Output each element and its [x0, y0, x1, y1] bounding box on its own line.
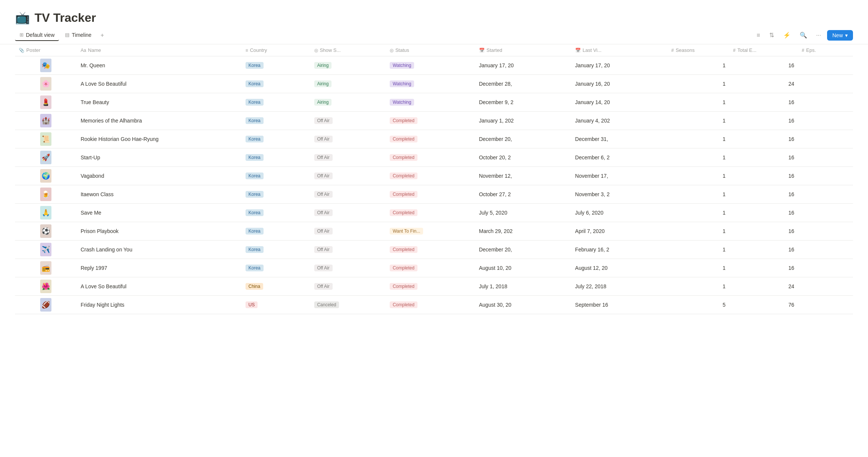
sort-button[interactable]: ⇅: [766, 29, 777, 41]
cell-started: July 1, 2018: [475, 277, 571, 296]
table-row[interactable]: 🌺A Love So BeautifulChinaOff AirComplete…: [15, 277, 853, 296]
col-header-eps[interactable]: # Eps.: [798, 44, 853, 56]
cell-status: Completed: [386, 277, 475, 296]
cell-started: October 27, 2: [475, 185, 571, 204]
cell-total-episodes: 16: [729, 93, 798, 112]
cell-seasons: 1: [668, 130, 729, 148]
cell-eps: [798, 56, 853, 75]
table-row[interactable]: 🍺Itaewon ClassKoreaOff AirCompletedOctob…: [15, 185, 853, 204]
cell-started: August 10, 20: [475, 259, 571, 277]
cell-started: July 5, 2020: [475, 204, 571, 222]
cell-name[interactable]: Itaewon Class: [77, 185, 242, 204]
timeline-icon: ▤: [65, 32, 69, 38]
cell-country: Korea: [242, 222, 310, 241]
cell-name[interactable]: Start-Up: [77, 148, 242, 167]
cell-name[interactable]: Save Me: [77, 204, 242, 222]
cell-name[interactable]: Friday Night Lights: [77, 296, 242, 314]
cell-poster: 🍺: [15, 185, 77, 204]
page-header: 📺 TV Tracker: [0, 0, 868, 25]
cell-started: December 20,: [475, 241, 571, 259]
cell-status: Completed: [386, 241, 475, 259]
table-row[interactable]: ⚽Prison PlaybookKoreaOff AirWant To Fin.…: [15, 222, 853, 241]
more-button[interactable]: ···: [813, 30, 824, 41]
col-label-eps: Eps.: [806, 47, 816, 53]
cell-name[interactable]: A Love So Beautiful: [77, 277, 242, 296]
table-row[interactable]: ✈️Crash Landing on YouKoreaOff AirComple…: [15, 241, 853, 259]
tab-default-view[interactable]: ⊞ Default view: [15, 30, 59, 41]
cell-total-episodes: 16: [729, 130, 798, 148]
cell-total-episodes: 16: [729, 241, 798, 259]
cell-name[interactable]: Rookie Historian Goo Hae-Ryung: [77, 130, 242, 148]
cell-total-episodes: 16: [729, 185, 798, 204]
cell-poster: 🌺: [15, 277, 77, 296]
table-row[interactable]: 🙏Save MeKoreaOff AirCompletedJuly 5, 202…: [15, 204, 853, 222]
col-header-poster[interactable]: 📎 Poster: [15, 44, 77, 56]
cell-status: Completed: [386, 167, 475, 185]
cell-started: December 9, 2: [475, 93, 571, 112]
col-header-showstatus[interactable]: ◎ Show S...: [310, 44, 386, 56]
col-label-totalepisodes: Total E...: [737, 47, 756, 53]
filter-button[interactable]: ≡: [753, 30, 763, 41]
cell-name[interactable]: A Love So Beautiful: [77, 75, 242, 93]
cell-poster: 📻: [15, 259, 77, 277]
cell-total-episodes: 24: [729, 75, 798, 93]
cell-last-viewed: April 7, 2020: [571, 222, 668, 241]
add-view-button[interactable]: +: [98, 30, 107, 41]
cell-eps: [798, 296, 853, 314]
search-button[interactable]: 🔍: [797, 29, 810, 41]
cell-started: January 17, 20: [475, 56, 571, 75]
cell-country: Korea: [242, 112, 310, 130]
table-row[interactable]: 🏰Memories of the AlhambraKoreaOff AirCom…: [15, 112, 853, 130]
calendar-icon-2: 📅: [575, 48, 581, 53]
cell-country: Korea: [242, 259, 310, 277]
cell-show-status: Airing: [310, 93, 386, 112]
cell-status: Watching: [386, 75, 475, 93]
cell-poster: ✈️: [15, 241, 77, 259]
table-row[interactable]: 🚀Start-UpKoreaOff AirCompletedOctober 20…: [15, 148, 853, 167]
new-button[interactable]: New ▾: [827, 30, 853, 41]
col-header-totalepisodes[interactable]: # Total E...: [729, 44, 798, 56]
cell-seasons: 1: [668, 93, 729, 112]
page-title: TV Tracker: [35, 11, 96, 25]
cell-seasons: 1: [668, 148, 729, 167]
col-header-status[interactable]: ◎ Status: [386, 44, 475, 56]
cell-name[interactable]: True Beauty: [77, 93, 242, 112]
col-header-started[interactable]: 📅 Started: [475, 44, 571, 56]
table-row[interactable]: 🌍VagabondKoreaOff AirCompletedNovember 1…: [15, 167, 853, 185]
cell-show-status: Off Air: [310, 204, 386, 222]
cell-name[interactable]: Mr. Queen: [77, 56, 242, 75]
cell-seasons: 1: [668, 241, 729, 259]
calendar-icon-1: 📅: [479, 48, 485, 53]
col-header-name[interactable]: Aa Name: [77, 44, 242, 56]
cell-name[interactable]: Vagabond: [77, 167, 242, 185]
col-label-country: Country: [250, 47, 267, 53]
table-row[interactable]: 📻Reply 1997KoreaOff AirCompletedAugust 1…: [15, 259, 853, 277]
col-header-country[interactable]: ≡ Country: [242, 44, 310, 56]
tab-timeline[interactable]: ▤ Timeline: [60, 30, 96, 41]
cell-show-status: Off Air: [310, 167, 386, 185]
col-header-lastviewed[interactable]: 📅 Last Vi...: [571, 44, 668, 56]
cell-name[interactable]: Reply 1997: [77, 259, 242, 277]
cell-total-episodes: 16: [729, 112, 798, 130]
cell-status: Completed: [386, 204, 475, 222]
cell-eps: [798, 93, 853, 112]
col-label-seasons: Seasons: [676, 47, 695, 53]
table-row[interactable]: 💄True BeautyKoreaAiringWatchingDecember …: [15, 93, 853, 112]
cell-seasons: 1: [668, 204, 729, 222]
cell-eps: [798, 259, 853, 277]
tab-bar: ⊞ Default view ▤ Timeline +: [15, 30, 107, 41]
automation-button[interactable]: ⚡: [780, 29, 794, 41]
col-header-seasons[interactable]: # Seasons: [668, 44, 729, 56]
col-label-started: Started: [487, 47, 502, 53]
cell-name[interactable]: Prison Playbook: [77, 222, 242, 241]
table-row[interactable]: 🏈Friday Night LightsUSCanceledCompletedA…: [15, 296, 853, 314]
table-row[interactable]: 🌸A Love So BeautifulKoreaAiringWatchingD…: [15, 75, 853, 93]
cell-total-episodes: 16: [729, 259, 798, 277]
cell-name[interactable]: Crash Landing on You: [77, 241, 242, 259]
col-label-name: Name: [88, 47, 101, 53]
cell-seasons: 1: [668, 185, 729, 204]
cell-eps: [798, 130, 853, 148]
cell-name[interactable]: Memories of the Alhambra: [77, 112, 242, 130]
table-row[interactable]: 📜Rookie Historian Goo Hae-RyungKoreaOff …: [15, 130, 853, 148]
table-row[interactable]: 🎭Mr. QueenKoreaAiringWatchingJanuary 17,…: [15, 56, 853, 75]
